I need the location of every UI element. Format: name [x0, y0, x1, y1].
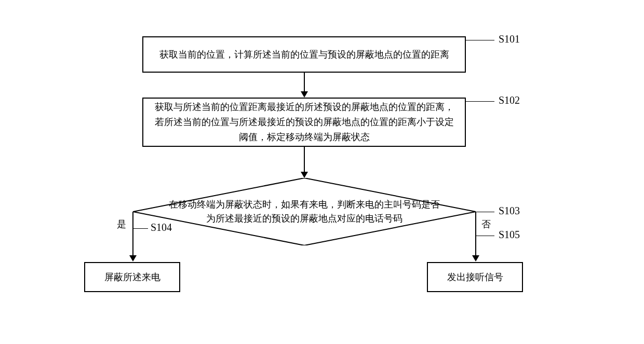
step-s104-text: 屏蔽所述来电 [104, 270, 160, 285]
arrowhead-s102-s103 [301, 172, 308, 178]
label-s102: S102 [499, 94, 520, 106]
label-s104: S104 [151, 222, 172, 233]
label-s105: S105 [499, 229, 520, 241]
label-s103: S103 [499, 205, 520, 217]
connector-s104 [133, 228, 148, 229]
arrowhead-s101-s102 [301, 91, 308, 98]
arrow-s102-s103 [304, 147, 305, 173]
connector-s103 [476, 212, 494, 212]
step-s105-text: 发出接听信号 [447, 270, 503, 285]
arrow-s101-s102 [304, 73, 305, 92]
step-s102-box: 获取与所述当前的位置距离最接近的所述预设的屏蔽地点的位置的距离，若所述当前的位置… [142, 98, 466, 147]
step-s102-text: 获取与所述当前的位置距离最接近的所述预设的屏蔽地点的位置的距离，若所述当前的位置… [152, 100, 457, 144]
step-s104-box: 屏蔽所述来电 [84, 262, 180, 292]
connector-s105 [476, 236, 494, 236]
no-branch-vertical [475, 212, 476, 256]
no-arrowhead [472, 255, 479, 262]
connector-s101 [466, 40, 494, 40]
step-s101-text: 获取当前的位置，计算所述当前的位置与预设的屏蔽地点的位置的距离 [159, 47, 449, 62]
connector-s102 [466, 101, 494, 102]
yes-branch-vertical [132, 212, 133, 256]
yes-label: 是 [117, 218, 126, 230]
step-s105-box: 发出接听信号 [427, 262, 523, 292]
label-s101: S101 [499, 33, 520, 45]
step-s103-diamond: 在移动终端为屏蔽状态时，如果有来电，判断来电的主叫号码是否为所述最接近的预设的屏… [133, 178, 476, 245]
step-s103-text: 在移动终端为屏蔽状态时，如果有来电，判断来电的主叫号码是否为所述最接近的预设的屏… [167, 198, 441, 226]
step-s101-box: 获取当前的位置，计算所述当前的位置与预设的屏蔽地点的位置的距离 [142, 36, 466, 73]
yes-arrowhead [129, 255, 137, 262]
no-label: 否 [481, 218, 491, 230]
